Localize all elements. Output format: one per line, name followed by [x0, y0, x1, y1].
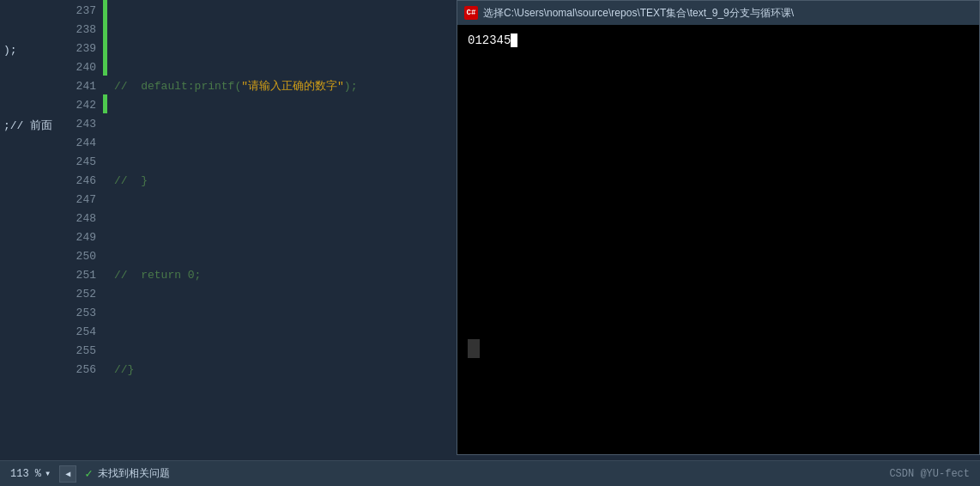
- line-num-248: 248: [64, 210, 96, 228]
- line-num-244: 244: [64, 134, 96, 153]
- status-zoom: 113 % ▾: [10, 467, 51, 480]
- code-line-241: [114, 455, 980, 460]
- code-string-237: "请输入正确的数字": [241, 77, 344, 96]
- code-comment-240: //}: [114, 361, 134, 380]
- line-num-238: 238: [64, 21, 96, 39]
- line-num-239: 239: [64, 39, 96, 58]
- line-num-246: 246: [64, 172, 96, 191]
- terminal-window: C# 选择C:\Users\nomal\source\repos\TEXT集合\…: [457, 0, 980, 455]
- issue-text: 未找到相关问题: [98, 466, 170, 481]
- line-num-251: 251: [64, 266, 96, 285]
- line-num-243: 243: [64, 115, 96, 134]
- left-partial-text: ); ;// 前面: [0, 2, 64, 136]
- line-num-241: 241: [64, 77, 96, 96]
- line-num-245: 245: [64, 153, 96, 172]
- status-issues: ✓ 未找到相关问题: [85, 466, 169, 481]
- code-content: 237 238 239 240 241 242 243 244 245 246 …: [64, 0, 980, 460]
- code-comment-237: // default:printf(: [114, 77, 241, 96]
- terminal-body: 012345: [457, 25, 979, 454]
- code-panel: 237 238 239 240 241 242 243 244 245 246 …: [64, 0, 980, 460]
- terminal-cs-icon: C#: [464, 6, 478, 20]
- line-num-252: 252: [64, 285, 96, 304]
- zoom-dropdown[interactable]: ▾: [45, 467, 51, 480]
- line-numbers: 237 238 239 240 241 242 243 244 245 246 …: [64, 0, 103, 460]
- left-line-1: );: [3, 3, 64, 41]
- terminal-cursor: [511, 33, 517, 47]
- line-num-253: 253: [64, 304, 96, 323]
- line-num-256: 256: [64, 361, 96, 380]
- terminal-titlebar: C# 选择C:\Users\nomal\source\repos\TEXT集合\…: [457, 1, 979, 25]
- line-num-247: 247: [64, 191, 96, 210]
- code-comment-237b: );: [344, 77, 358, 96]
- status-watermark: CSDN @YU-fect: [889, 468, 970, 480]
- line-num-240: 240: [64, 58, 96, 77]
- line-num-254: 254: [64, 323, 96, 342]
- terminal-text: 012345: [468, 33, 511, 47]
- line-num-250: 250: [64, 247, 96, 266]
- terminal-output: 012345: [468, 32, 969, 49]
- scroll-left-arrow[interactable]: ◀: [59, 465, 76, 483]
- line-num-242: 242: [64, 96, 96, 115]
- line-num-255: 255: [64, 342, 96, 361]
- terminal-title: 选择C:\Users\nomal\source\repos\TEXT集合\tex…: [483, 6, 794, 21]
- line-num-249: 249: [64, 228, 96, 247]
- check-icon: ✓: [85, 466, 92, 481]
- code-comment-239: // return 0;: [114, 266, 201, 285]
- status-bar: 113 % ▾ ◀ ✓ 未找到相关问题 CSDN @YU-fect: [0, 460, 980, 486]
- zoom-value: 113 %: [10, 468, 41, 480]
- line-num-237: 237: [64, 2, 96, 21]
- code-comment-238: // }: [114, 172, 148, 191]
- terminal-cursor-bottom: [468, 339, 480, 358]
- left-sidebar: ); ;// 前面: [0, 0, 64, 460]
- editor-container: ); ;// 前面 237 238 239 240 241 242 243 24…: [0, 0, 980, 460]
- left-line-2: ;// 前面: [3, 117, 64, 136]
